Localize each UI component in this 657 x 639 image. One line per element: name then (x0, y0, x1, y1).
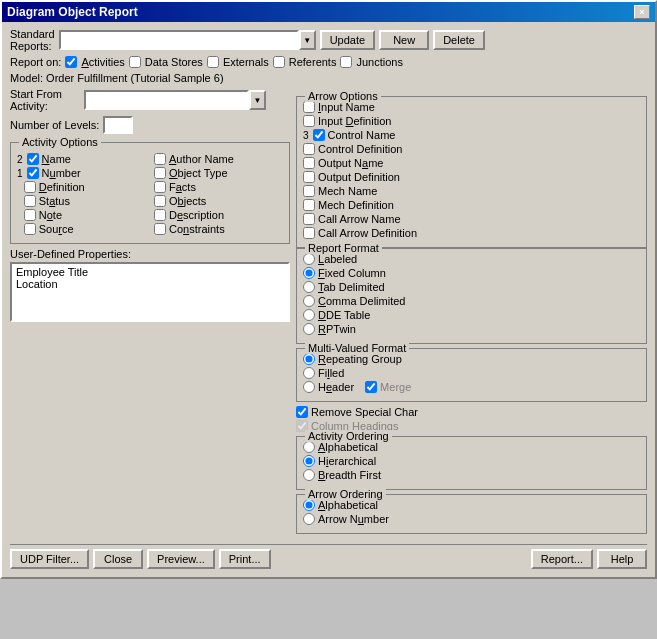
arrow-control-name-row: 3 Control Name (303, 129, 640, 141)
act-author-row: Author Name (154, 153, 283, 165)
act-status-row: Status (17, 195, 146, 207)
rf-comma-radio[interactable] (303, 295, 315, 307)
rf-rpt-row: RPTwin (303, 323, 640, 335)
rf-labeled-radio[interactable] (303, 253, 315, 265)
new-button[interactable]: New (379, 30, 429, 50)
act-objtype-checkbox[interactable] (154, 167, 166, 179)
standard-reports-dropdown[interactable]: ▼ (299, 30, 316, 50)
help-button[interactable]: Help (597, 549, 647, 569)
activity-ordering-title: Activity Ordering (305, 430, 392, 442)
ao-alpha-label: Alphabetical (318, 441, 378, 453)
standard-reports-row: Standard Reports: Node Tree Report ▼ Upd… (10, 28, 647, 52)
act-objtype-row: Object Type (154, 167, 283, 179)
mvf-repeating-label: Repeating Group (318, 353, 402, 365)
act-number-checkbox[interactable] (27, 167, 39, 179)
ao-breadth-label: Breadth First (318, 469, 381, 481)
rf-dde-radio[interactable] (303, 309, 315, 321)
udp-listbox[interactable]: Employee Title Location (10, 262, 290, 322)
rf-fixed-radio[interactable] (303, 267, 315, 279)
act-name-row: 2 Name (17, 153, 146, 165)
activity-options-grid: 2 Name 1 Number (17, 153, 283, 237)
arrow-options-list: Input Name Input Definition 3 Control Na… (303, 101, 640, 239)
ao-breadth-radio[interactable] (303, 469, 315, 481)
report-button[interactable]: Report... (531, 549, 593, 569)
title-bar: Diagram Object Report × (2, 2, 655, 22)
act-facts-checkbox[interactable] (154, 181, 166, 193)
arrow-mech-def-checkbox[interactable] (303, 199, 315, 211)
mvf-header-radio[interactable] (303, 381, 315, 393)
close-button-bottom[interactable]: Close (93, 549, 143, 569)
delete-button[interactable]: Delete (433, 30, 485, 50)
mvf-filled-row: Filled (303, 367, 640, 379)
arrow-call-def-label: Call Arrow Definition (318, 227, 417, 239)
rf-rpt-radio[interactable] (303, 323, 315, 335)
externals-label: Externals (223, 56, 269, 68)
act-definition-checkbox[interactable] (24, 181, 36, 193)
standard-reports-label: Standard Reports: (10, 28, 55, 52)
arrow-call-name-checkbox[interactable] (303, 213, 315, 225)
left-column: Start From Activity: ▼ Number of Levels:… (10, 88, 290, 538)
udp-item-2[interactable]: Location (16, 278, 284, 290)
dialog-window: Diagram Object Report × Standard Reports… (0, 0, 657, 579)
act-name-checkbox[interactable] (27, 153, 39, 165)
report-on-label: Report on: (10, 56, 61, 68)
mvf-merge-checkbox[interactable] (365, 381, 377, 393)
levels-label: Number of Levels: (10, 119, 99, 131)
udp-filter-button[interactable]: UDP Filter... (10, 549, 89, 569)
externals-checkbox[interactable] (207, 56, 219, 68)
standard-reports-input[interactable]: Node Tree Report (59, 30, 299, 50)
rf-fixed-label: Fixed Column (318, 267, 386, 279)
act-source-checkbox[interactable] (24, 223, 36, 235)
arrow-input-name-checkbox[interactable] (303, 101, 315, 113)
udp-area: User-Defined Properties: Employee Title … (10, 248, 290, 322)
start-from-input[interactable] (84, 90, 249, 110)
data-stores-checkbox[interactable] (129, 56, 141, 68)
arrow-input-def-label: Input Definition (318, 115, 391, 127)
activities-checkbox[interactable] (65, 56, 77, 68)
act-status-checkbox[interactable] (24, 195, 36, 207)
arrow-control-name-checkbox[interactable] (313, 129, 325, 141)
arrow-output-def-label: Output Definition (318, 171, 400, 183)
update-button[interactable]: Update (320, 30, 375, 50)
print-button[interactable]: Print... (219, 549, 271, 569)
activity-ordering-group: Activity Ordering Alphabetical Hierarchi… (296, 436, 647, 490)
remove-special-checkbox[interactable] (296, 406, 308, 418)
act-objects-checkbox[interactable] (154, 195, 166, 207)
arrow-output-name-checkbox[interactable] (303, 157, 315, 169)
arrow-call-name-label: Call Arrow Name (318, 213, 401, 225)
arrow-input-def-checkbox[interactable] (303, 115, 315, 127)
act-name-label: Name (42, 153, 71, 165)
act-author-checkbox[interactable] (154, 153, 166, 165)
levels-input[interactable] (103, 116, 133, 134)
arrow-mech-name-checkbox[interactable] (303, 185, 315, 197)
arrow-control-def-row: Control Definition (303, 143, 640, 155)
act-source-row: Source (17, 223, 146, 235)
referents-checkbox[interactable] (273, 56, 285, 68)
ao-alpha-row: Alphabetical (303, 441, 640, 453)
act-constraints-label: Constraints (169, 223, 225, 235)
start-from-dropdown[interactable]: ▼ (249, 90, 266, 110)
rf-tab-radio[interactable] (303, 281, 315, 293)
arrow-call-def-checkbox[interactable] (303, 227, 315, 239)
act-constraints-checkbox[interactable] (154, 223, 166, 235)
mvf-filled-radio[interactable] (303, 367, 315, 379)
arr-ord-alpha-radio[interactable] (303, 499, 315, 511)
arrow-output-def-checkbox[interactable] (303, 171, 315, 183)
act-opt-col2: Author Name Object Type Facts (154, 153, 283, 237)
act-note-checkbox[interactable] (24, 209, 36, 221)
arrow-input-name-row: Input Name (303, 101, 640, 113)
ao-alpha-radio[interactable] (303, 441, 315, 453)
rf-tab-label: Tab Delimited (318, 281, 385, 293)
arr-ord-num-radio[interactable] (303, 513, 315, 525)
act-description-checkbox[interactable] (154, 209, 166, 221)
mvf-repeating-radio[interactable] (303, 353, 315, 365)
close-button[interactable]: × (634, 5, 650, 19)
arrow-control-def-checkbox[interactable] (303, 143, 315, 155)
rf-dde-label: DDE Table (318, 309, 370, 321)
udp-item-1[interactable]: Employee Title (16, 266, 284, 278)
act-note-label: Note (39, 209, 62, 221)
arrow-options-group: Arrow Options Input Name Input Definitio… (296, 96, 647, 248)
ao-hier-radio[interactable] (303, 455, 315, 467)
junctions-checkbox[interactable] (340, 56, 352, 68)
preview-button[interactable]: Preview... (147, 549, 215, 569)
